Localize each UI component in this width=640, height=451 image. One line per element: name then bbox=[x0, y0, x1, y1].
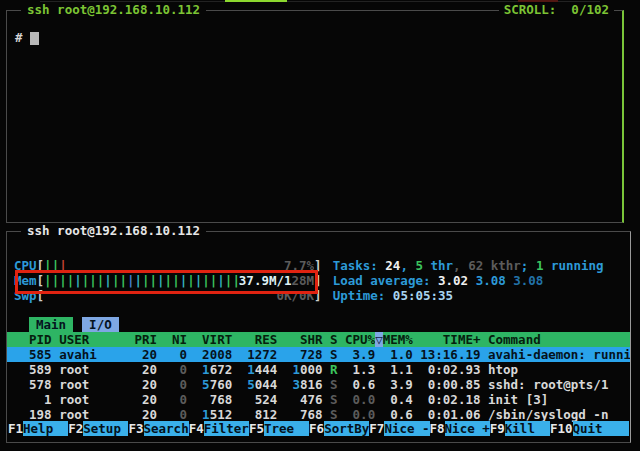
cell-cpu: 0.0 bbox=[338, 392, 376, 407]
text-cursor bbox=[30, 32, 39, 45]
cell-time: 0:01.06 bbox=[413, 407, 481, 422]
cell-ni: 0 bbox=[157, 362, 187, 377]
meter-bar: | bbox=[157, 273, 165, 288]
column-header-shr[interactable]: SHR bbox=[277, 332, 322, 347]
cell: 728 bbox=[277, 347, 322, 362]
meter-bar: | bbox=[172, 273, 180, 288]
process-list: 585 avahi20020081272728 S3.9 1.013:16.19… bbox=[7, 347, 630, 422]
fkey-label-nice[interactable]: Nice + bbox=[445, 421, 490, 436]
fkey-label-sortby[interactable]: SortBy bbox=[324, 421, 369, 436]
meter-value-total: 28M bbox=[292, 273, 315, 288]
cell-state: S bbox=[322, 377, 337, 392]
cell-ni: 0 bbox=[157, 377, 187, 392]
fkey-label-setup[interactable]: Setup bbox=[83, 421, 128, 436]
uptime: Uptime: 05:05:35 bbox=[333, 288, 453, 303]
process-row[interactable]: 198 root2001512812768 S0.0 0.60:01.06 /s… bbox=[7, 407, 630, 422]
cell-lead-digit: 1 bbox=[202, 362, 210, 377]
info-text: 3.08 bbox=[476, 273, 514, 288]
htop-tabs: Main I/O bbox=[29, 317, 119, 332]
cell: 5044 bbox=[232, 377, 277, 392]
info-text: running bbox=[543, 258, 603, 273]
cell-time: 0:02.93 bbox=[413, 362, 481, 377]
meter-bar: | bbox=[142, 273, 150, 288]
process-table-header[interactable]: PID USERPRINIVIRTRESSHR SCPU%▽MEM%TIME+ … bbox=[7, 332, 630, 347]
column-header-user[interactable]: USER bbox=[52, 332, 127, 347]
column-header-virt[interactable]: VIRT bbox=[187, 332, 232, 347]
cell-mem: 0.4 bbox=[383, 392, 413, 407]
cell-lead-digit: 1 bbox=[292, 362, 300, 377]
fkey-f4[interactable]: F4 bbox=[189, 421, 204, 436]
fkey-label-filter[interactable]: Filter bbox=[204, 421, 249, 436]
cell-rest: 044 bbox=[255, 377, 278, 392]
meter-bracket: ] bbox=[314, 258, 322, 273]
fkey-f9[interactable]: F9 bbox=[490, 421, 505, 436]
tab-main[interactable]: Main bbox=[29, 317, 73, 332]
cell-rest: 760 bbox=[210, 377, 233, 392]
cell-lead-digit: 5 bbox=[202, 377, 210, 392]
meter-bracket: [ bbox=[37, 258, 45, 273]
column-header-mem[interactable]: MEM% bbox=[383, 332, 413, 347]
meter-bar: | bbox=[119, 273, 127, 288]
cell: 812 bbox=[232, 407, 277, 422]
fkey-f1[interactable]: F1 bbox=[8, 421, 23, 436]
column-header-res[interactable]: RES bbox=[232, 332, 277, 347]
cell-pri: 20 bbox=[127, 407, 157, 422]
info-text: 3.08 bbox=[513, 273, 543, 288]
meter-value: 0K/0K bbox=[276, 288, 314, 303]
fkey-label-quit[interactable]: Quit bbox=[573, 421, 629, 436]
meter-label: CPU bbox=[14, 258, 37, 273]
info-text: , bbox=[453, 258, 468, 273]
column-header-cmd[interactable]: Command bbox=[480, 332, 630, 347]
column-header-s[interactable]: S bbox=[322, 332, 337, 347]
cell-lead-digit: 3 bbox=[292, 377, 300, 392]
cell-command: htop bbox=[480, 362, 630, 377]
column-header-cpu[interactable]: CPU% bbox=[338, 332, 376, 347]
process-row[interactable]: 585 avahi20020081272728 S3.9 1.013:16.19… bbox=[7, 347, 630, 362]
info-text: thr bbox=[423, 258, 453, 273]
fkey-label-nice[interactable]: Nice - bbox=[384, 421, 429, 436]
fkey-label-search[interactable]: Search bbox=[144, 421, 189, 436]
tab-io[interactable]: I/O bbox=[82, 317, 119, 332]
column-header-pri[interactable]: PRI bbox=[127, 332, 157, 347]
column-header-ni[interactable]: NI bbox=[157, 332, 187, 347]
fkey-f3[interactable]: F3 bbox=[128, 421, 143, 436]
cell-cpu: 1.3 bbox=[338, 362, 376, 377]
meter-bar: | bbox=[59, 258, 67, 273]
column-header-sort[interactable]: ▽ bbox=[375, 332, 383, 347]
cell-gap bbox=[375, 392, 383, 407]
fkey-f10[interactable]: F10 bbox=[550, 421, 573, 436]
cell-gap bbox=[375, 377, 383, 392]
cell-state: R bbox=[322, 362, 337, 377]
cell-user: root bbox=[52, 407, 127, 422]
cell-ni: 0 bbox=[157, 407, 187, 422]
meter-label: Swp bbox=[14, 288, 37, 303]
fkey-f2[interactable]: F2 bbox=[68, 421, 83, 436]
meter-bracket: [ bbox=[37, 288, 45, 303]
top-ssh-pane[interactable]: ssh root@192.168.10.112 SCROLL: 0/102 # bbox=[6, 10, 624, 223]
cell-rest: 008 bbox=[210, 347, 233, 362]
fkey-f6[interactable]: F6 bbox=[309, 421, 324, 436]
process-row[interactable]: 578 root200576050443816 S0.6 3.90:00.85 … bbox=[7, 377, 630, 392]
fkey-label-tree[interactable]: Tree bbox=[264, 421, 309, 436]
cell-mem: 0.6 bbox=[383, 407, 413, 422]
fkey-label-help[interactable]: Help bbox=[23, 421, 68, 436]
htop-ssh-pane[interactable]: ssh root@192.168.10.112 CPU[|||7.7%]Task… bbox=[6, 231, 631, 443]
shell-prompt-line[interactable]: # bbox=[15, 30, 39, 45]
fkey-f7[interactable]: F7 bbox=[369, 421, 384, 436]
fkey-label-kill[interactable]: Kill bbox=[505, 421, 550, 436]
process-row[interactable]: 1 root200768524476 S0.0 0.40:02.18 init … bbox=[7, 392, 630, 407]
cell: 3816 bbox=[277, 377, 322, 392]
column-header-time[interactable]: TIME+ bbox=[413, 332, 481, 347]
fkey-f5[interactable]: F5 bbox=[249, 421, 264, 436]
column-header-pid[interactable]: PID bbox=[14, 332, 52, 347]
cell: 1272 bbox=[232, 347, 277, 362]
fkey-f8[interactable]: F8 bbox=[430, 421, 445, 436]
cell-pri: 20 bbox=[127, 347, 157, 362]
process-row[interactable]: 589 root200167214441000 R1.3 1.10:02.93 … bbox=[7, 362, 630, 377]
cell-rest: 000 bbox=[300, 362, 323, 377]
meter-bar: | bbox=[165, 273, 173, 288]
info-text: , bbox=[400, 258, 415, 273]
cpu-meter: CPU[|||7.7%]Tasks: 24, 5 thr, 62 kthr; 1… bbox=[14, 258, 630, 273]
cell-ni: 0 bbox=[157, 392, 187, 407]
cell-pid: 589 bbox=[14, 362, 52, 377]
